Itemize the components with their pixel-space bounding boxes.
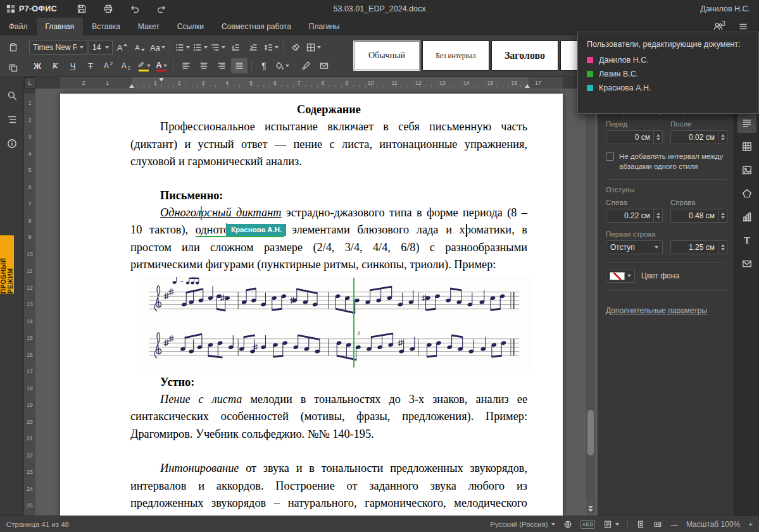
align-right-button[interactable] (213, 58, 230, 73)
navigation-button[interactable] (4, 111, 20, 128)
textart-settings-tab[interactable]: Т (737, 231, 756, 250)
advanced-settings-link[interactable]: Дополнительные параметры (606, 306, 707, 315)
font-name-select[interactable]: Times New R (29, 40, 87, 55)
language-button[interactable]: Русский (Россия) (490, 521, 555, 528)
zoom-in-button[interactable]: + (748, 521, 753, 528)
spellcheck-button[interactable]: АБВ (580, 520, 596, 529)
vertical-scrollbar[interactable] (586, 89, 595, 502)
checkbox-icon[interactable] (606, 152, 614, 161)
copy-button[interactable] (5, 60, 22, 75)
collaborator-row: Лезин В.С. (587, 70, 750, 78)
right-indent-marker[interactable] (525, 84, 530, 88)
sheet-music-image[interactable]: = 3 3 (138, 276, 530, 370)
bold-button[interactable]: Ж (29, 58, 46, 73)
scrollbar-thumb[interactable] (587, 410, 594, 455)
highlight-color-button[interactable] (135, 58, 152, 73)
first-line-indent-marker[interactable] (159, 78, 164, 82)
font-size-select[interactable]: 14 (89, 40, 113, 55)
multilevel-list-button[interactable] (210, 40, 226, 55)
chevron-down-icon (163, 65, 167, 67)
chevron-down-icon (588, 506, 593, 509)
italic-button[interactable]: К (47, 58, 63, 73)
style-card-normal[interactable]: Обычный (353, 40, 420, 71)
paste-button[interactable] (5, 40, 22, 55)
collaborators-count-badge: 3 (722, 20, 725, 27)
superscript-button[interactable]: А2 (100, 58, 116, 73)
search-button[interactable] (4, 87, 20, 104)
background-color-button[interactable] (606, 269, 635, 283)
font-color-button[interactable]: А (153, 58, 170, 73)
shading-button[interactable] (273, 58, 290, 73)
page-indicator[interactable]: Страница 41 из 48 (6, 521, 69, 528)
spinner-down-icon[interactable] (656, 216, 660, 219)
left-indent-marker[interactable] (129, 84, 134, 88)
clear-style-button[interactable] (287, 40, 304, 55)
mail-merge-settings-tab[interactable] (737, 254, 756, 273)
chart-icon (741, 211, 753, 223)
strikethrough-button[interactable]: Т (82, 58, 99, 73)
spinner-down-icon[interactable] (721, 216, 725, 219)
track-changes-button[interactable] (603, 520, 619, 529)
bullet-list-button[interactable] (174, 40, 191, 55)
next-page-button[interactable] (586, 503, 595, 514)
spacing-after-spinner[interactable]: 0.02 см (670, 130, 727, 144)
spinner-up-icon[interactable] (656, 134, 660, 137)
fit-page-button[interactable] (636, 520, 645, 529)
style-card-no-spacing[interactable]: Без интервал (422, 40, 489, 71)
doc-paragraph-2: Одноголосный диктант эстрадно-джазового … (130, 204, 527, 274)
paragraph-settings-tab[interactable] (737, 114, 756, 133)
underline-button[interactable]: Ч (65, 58, 81, 73)
decrease-indent-button[interactable] (227, 40, 244, 55)
first-line-spinner[interactable]: 1.25 см (670, 240, 727, 254)
spinner-up-icon[interactable] (656, 213, 660, 215)
fit-width-button[interactable] (653, 520, 662, 529)
increase-font-button[interactable]: А (114, 40, 130, 55)
chart-settings-tab[interactable] (737, 207, 756, 226)
redo-button[interactable] (153, 2, 170, 16)
chevron-down-icon (80, 46, 84, 49)
tab-stop-selector[interactable]: L (24, 77, 35, 89)
change-case-button[interactable]: Аа (149, 40, 166, 55)
save-button[interactable] (73, 2, 90, 16)
spinner-down-icon[interactable] (721, 138, 725, 140)
indent-left-spinner[interactable]: 0.22 см (606, 209, 663, 223)
copy-style-button[interactable] (298, 58, 315, 73)
shape-settings-tab[interactable] (737, 184, 756, 203)
print-button[interactable] (100, 2, 116, 16)
subscript-button[interactable]: А2 (118, 58, 134, 73)
undo-button[interactable] (127, 2, 143, 16)
zoom-out-button[interactable]: — (670, 521, 678, 528)
tab-plugins[interactable]: Плагины (300, 18, 349, 35)
numbered-list-button[interactable] (192, 40, 208, 55)
spinner-up-icon[interactable] (721, 244, 725, 247)
set-language-button[interactable] (563, 520, 572, 529)
tab-insert[interactable]: Вставка (83, 18, 129, 35)
tab-collaboration[interactable]: Совместная работа (213, 18, 300, 35)
table-settings-tab[interactable] (737, 137, 756, 156)
align-center-button[interactable] (196, 58, 212, 73)
tab-references[interactable]: Ссылки (168, 18, 213, 35)
mail-merge-button[interactable] (316, 58, 332, 73)
indent-right-spinner[interactable]: 0.48 см (670, 209, 727, 223)
spinner-up-icon[interactable] (721, 213, 725, 215)
about-button[interactable] (4, 135, 20, 152)
tab-file[interactable]: Файл (0, 18, 37, 35)
tab-layout[interactable]: Макет (129, 18, 168, 35)
increase-indent-button[interactable] (245, 40, 261, 55)
style-card-heading1[interactable]: Заголово (491, 40, 558, 71)
spinner-down-icon[interactable] (656, 138, 660, 140)
document-page[interactable]: Содержание Профессиональное испытание вк… (60, 94, 563, 516)
align-left-button[interactable] (178, 58, 194, 73)
decrease-font-button[interactable]: А (132, 40, 148, 55)
spinner-down-icon[interactable] (721, 248, 725, 251)
first-line-type-select[interactable]: Отступ (606, 240, 663, 254)
borders-button[interactable] (305, 40, 322, 55)
image-settings-tab[interactable] (737, 161, 756, 180)
line-spacing-button[interactable] (263, 40, 279, 55)
spinner-up-icon[interactable] (721, 134, 725, 137)
tab-home[interactable]: Главная (37, 18, 84, 35)
same-style-checkbox-row[interactable]: Не добавлять интервал между абзацами одн… (606, 152, 727, 171)
nonprinting-chars-button[interactable]: ¶ (256, 58, 272, 73)
align-justify-button[interactable] (231, 58, 248, 73)
spacing-before-spinner[interactable]: 0 см (606, 130, 663, 144)
